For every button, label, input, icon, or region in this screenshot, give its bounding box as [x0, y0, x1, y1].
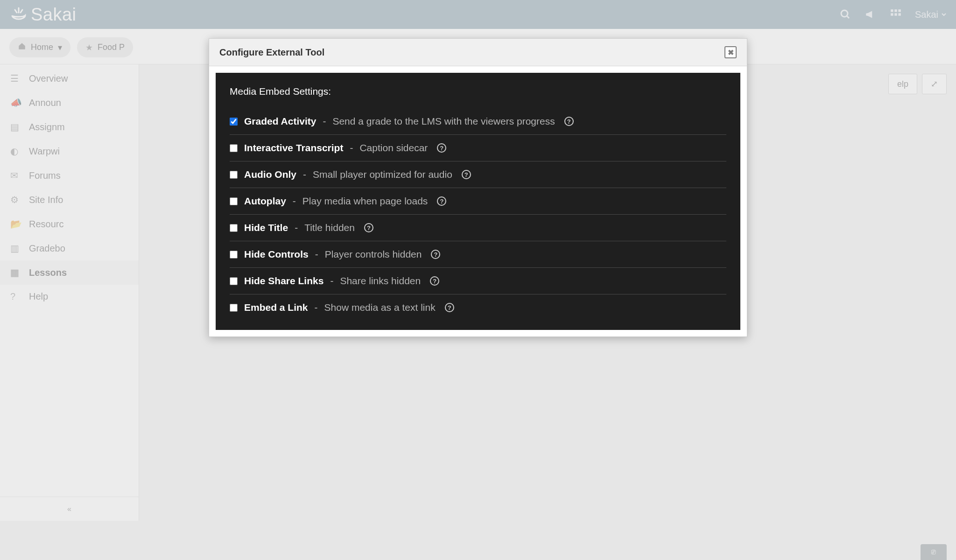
option-label: Hide Share Links: [244, 275, 323, 287]
media-embed-settings-panel: Media Embed Settings: Graded Activity - …: [216, 73, 740, 330]
option-description: Play media when page loads: [302, 196, 428, 207]
option-row: Hide Share Links - Share links hidden?: [230, 268, 726, 294]
option-separator: -: [315, 302, 318, 313]
option-checkbox[interactable]: [230, 224, 238, 232]
option-description: Show media as a text link: [324, 302, 436, 313]
option-label: Hide Controls: [244, 249, 309, 260]
panel-heading: Media Embed Settings:: [230, 86, 726, 97]
option-row: Interactive Transcript - Caption sidecar…: [230, 135, 726, 161]
help-icon[interactable]: ?: [364, 223, 373, 232]
option-row: Graded Activity - Send a grade to the LM…: [230, 108, 726, 135]
option-label: Autoplay: [244, 196, 286, 207]
option-row: Autoplay - Play media when page loads?: [230, 188, 726, 215]
option-row: Audio Only - Small player optimized for …: [230, 161, 726, 188]
option-checkbox[interactable]: [230, 144, 238, 152]
option-label: Interactive Transcript: [244, 142, 343, 154]
option-separator: -: [330, 275, 333, 287]
modal-header: Configure External Tool ✖: [209, 39, 747, 66]
option-separator: -: [323, 116, 326, 127]
option-description: Title hidden: [304, 222, 355, 233]
option-separator: -: [293, 196, 296, 207]
close-button[interactable]: ✖: [724, 46, 737, 58]
help-icon[interactable]: ?: [462, 170, 471, 179]
option-label: Embed a Link: [244, 302, 308, 313]
option-checkbox[interactable]: [230, 277, 238, 285]
option-separator: -: [350, 142, 353, 154]
help-icon[interactable]: ?: [564, 117, 574, 126]
option-separator: -: [303, 169, 306, 180]
help-icon[interactable]: ?: [437, 196, 446, 206]
help-icon[interactable]: ?: [430, 276, 439, 286]
option-checkbox[interactable]: [230, 197, 238, 205]
modal-body: Media Embed Settings: Graded Activity - …: [209, 66, 747, 336]
option-label: Graded Activity: [244, 116, 316, 127]
option-checkbox[interactable]: [230, 118, 238, 126]
configure-external-tool-modal: Configure External Tool ✖ Media Embed Se…: [209, 38, 747, 337]
option-description: Player controls hidden: [325, 249, 422, 260]
modal-title: Configure External Tool: [219, 47, 324, 58]
option-label: Audio Only: [244, 169, 296, 180]
option-checkbox[interactable]: [230, 304, 238, 312]
option-description: Share links hidden: [340, 275, 421, 287]
help-icon[interactable]: ?: [445, 303, 454, 312]
option-description: Small player optimized for audio: [313, 169, 452, 180]
option-row: Hide Title - Title hidden?: [230, 215, 726, 241]
help-icon[interactable]: ?: [431, 250, 440, 259]
close-icon: ✖: [728, 48, 734, 57]
option-description: Caption sidecar: [359, 142, 428, 154]
option-row: Embed a Link - Show media as a text link…: [230, 294, 726, 321]
help-icon[interactable]: ?: [437, 143, 446, 153]
option-row: Hide Controls - Player controls hidden?: [230, 241, 726, 268]
option-separator: -: [295, 222, 298, 233]
option-checkbox[interactable]: [230, 251, 238, 259]
option-separator: -: [315, 249, 318, 260]
option-description: Send a grade to the LMS with the viewers…: [332, 116, 555, 127]
option-label: Hide Title: [244, 222, 288, 233]
option-checkbox[interactable]: [230, 171, 238, 179]
